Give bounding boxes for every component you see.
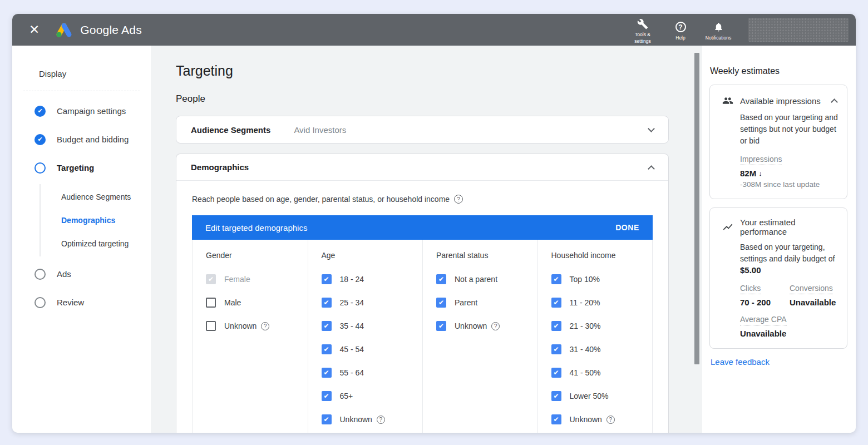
step-label: Targeting — [57, 163, 94, 172]
checkbox[interactable] — [322, 321, 332, 331]
checkbox-option-top-10[interactable]: Top 10% — [551, 274, 639, 284]
checkbox[interactable] — [551, 274, 561, 284]
demographics-column-gender: GenderFemaleMaleUnknown? — [193, 240, 308, 433]
help-icon[interactable]: ? — [261, 322, 269, 330]
checkbox-option-parent[interactable]: Parent — [436, 298, 524, 308]
estimated-performance-card: Your estimated performance Based on your… — [709, 207, 847, 349]
checkbox[interactable] — [322, 391, 332, 401]
checkbox-option-21-30[interactable]: 21 - 30% — [551, 321, 639, 331]
checkbox-option-55-64[interactable]: 55 - 64 — [322, 368, 410, 378]
step-complete-icon: ✔ — [34, 106, 46, 117]
checkbox-label: Unknown — [570, 415, 602, 424]
page-title: Targeting — [176, 63, 669, 79]
checkbox-option-unknown[interactable]: Unknown? — [206, 321, 294, 331]
clicks-label: Clicks — [740, 284, 761, 294]
checkbox-option-11-20[interactable]: 11 - 20% — [551, 298, 639, 308]
conversions-value: Unavailable — [790, 298, 839, 307]
checkbox-label: 41 - 50% — [570, 368, 601, 377]
step-circle-icon — [34, 297, 46, 308]
checkbox[interactable] — [551, 344, 561, 354]
sidebar-step-ads[interactable]: Ads — [12, 260, 151, 288]
checkbox[interactable] — [436, 274, 446, 284]
checkbox-label: 18 - 24 — [340, 275, 364, 284]
help-icon[interactable]: ? — [454, 195, 463, 204]
checkbox[interactable] — [322, 368, 332, 378]
sidebar-step-campaign-settings[interactable]: ✔Campaign settings — [12, 97, 151, 125]
checkbox[interactable] — [551, 321, 561, 331]
help-icon[interactable]: ? — [377, 416, 385, 424]
help-icon[interactable]: ? — [491, 322, 500, 330]
checkbox-option-35-44[interactable]: 35 - 44 — [322, 321, 410, 331]
checkbox[interactable] — [206, 274, 216, 284]
demographics-column-household-income: Household incomeTop 10%11 - 20%21 - 30%3… — [537, 240, 653, 433]
sidebar-substep-demographics[interactable]: Demographics — [41, 209, 151, 232]
campaign-steps-sidebar: Display ✔Campaign settings✔Budget and bi… — [12, 46, 151, 433]
step-complete-icon: ✔ — [34, 134, 46, 145]
weekly-estimates-title: Weekly estimates — [710, 66, 847, 76]
sidebar-substep-audience-segments[interactable]: Audience Segments — [41, 185, 151, 209]
vertical-scrollbar[interactable] — [694, 53, 699, 364]
checkbox[interactable] — [322, 274, 332, 284]
checkbox-option-unknown[interactable]: Unknown? — [322, 414, 410, 424]
checkbox[interactable] — [551, 391, 561, 401]
checkbox-option-25-34[interactable]: 25 - 34 — [322, 298, 410, 308]
account-info-placeholder[interactable] — [748, 18, 849, 42]
checkbox[interactable] — [322, 414, 332, 424]
audience-segments-panel[interactable]: Audience Segments Avid Investors — [176, 116, 669, 144]
action-label: Tools & settings — [627, 32, 659, 44]
step-circle-icon — [34, 269, 46, 280]
checkbox-option-unknown[interactable]: Unknown? — [436, 321, 524, 331]
sidebar-step-budget-and-bidding[interactable]: ✔Budget and bidding — [12, 125, 151, 154]
chevron-up-icon[interactable] — [831, 98, 838, 106]
demographics-column-age: Age18 - 2425 - 3435 - 4445 - 5455 - 6465… — [308, 240, 423, 433]
checkbox-option-18-24[interactable]: 18 - 24 — [322, 274, 410, 284]
step-label: Review — [57, 298, 84, 307]
help-icon[interactable]: ? — [606, 416, 615, 424]
checkbox-label: Unknown — [340, 415, 372, 424]
column-header: Age — [322, 251, 410, 260]
divider — [23, 91, 140, 91]
checkbox[interactable] — [322, 298, 332, 308]
notifications-button[interactable]: Notifications — [699, 18, 737, 41]
action-label: Notifications — [706, 35, 731, 41]
checkbox-option-not-a-parent[interactable]: Not a parent — [436, 274, 524, 284]
checkbox[interactable] — [551, 414, 561, 424]
checkbox-option-male[interactable]: Male — [206, 298, 294, 308]
checkbox[interactable] — [206, 321, 216, 331]
line-chart-icon — [722, 221, 734, 233]
card-description: Based on your targeting and settings but… — [740, 112, 839, 147]
done-button[interactable]: DONE — [615, 223, 639, 232]
tools-settings-button[interactable]: Tools & settings — [624, 15, 662, 44]
chevron-down-icon[interactable] — [648, 125, 655, 132]
checkbox-option-31-40[interactable]: 31 - 40% — [551, 344, 639, 354]
sidebar-step-targeting[interactable]: Targeting — [12, 154, 151, 182]
checkbox-label: Parent — [455, 298, 477, 307]
checkbox[interactable] — [551, 368, 561, 378]
sidebar-substep-optimized-targeting[interactable]: Optimized targeting — [41, 232, 151, 255]
checkbox-option-unknown[interactable]: Unknown? — [551, 414, 639, 424]
average-cpa-value: Unavailable — [740, 329, 790, 338]
demographics-description: Reach people based on age, gender, paren… — [192, 195, 450, 204]
checkbox-option-female[interactable]: Female — [206, 274, 294, 284]
checkbox[interactable] — [206, 298, 216, 308]
checkbox-label: Lower 50% — [570, 392, 609, 400]
checkbox-option-65[interactable]: 65+ — [322, 391, 410, 401]
sidebar-step-review[interactable]: Review — [12, 288, 151, 317]
checkbox-label: Unknown — [224, 322, 257, 330]
leave-feedback-link[interactable]: Leave feedback — [711, 357, 770, 367]
checkbox-option-45-54[interactable]: 45 - 54 — [322, 344, 410, 354]
checkbox[interactable] — [551, 298, 561, 308]
checkbox[interactable] — [436, 321, 446, 331]
campaign-type-label: Display — [39, 69, 151, 78]
chevron-up-icon[interactable] — [648, 165, 655, 172]
checkbox[interactable] — [436, 298, 446, 308]
close-icon[interactable]: ✕ — [29, 23, 40, 36]
demographics-panel-header[interactable]: Demographics — [176, 154, 668, 181]
help-button[interactable]: ? Help — [662, 18, 699, 41]
checkbox-option-41-50[interactable]: 41 - 50% — [551, 368, 639, 378]
checkbox-option-lower-50[interactable]: Lower 50% — [551, 391, 639, 401]
edit-bar-label: Edit targeted demographics — [205, 223, 307, 233]
checkbox[interactable] — [322, 344, 332, 354]
card-title: Available impressions — [740, 96, 821, 106]
audience-segments-value: Avid Investors — [294, 125, 346, 135]
